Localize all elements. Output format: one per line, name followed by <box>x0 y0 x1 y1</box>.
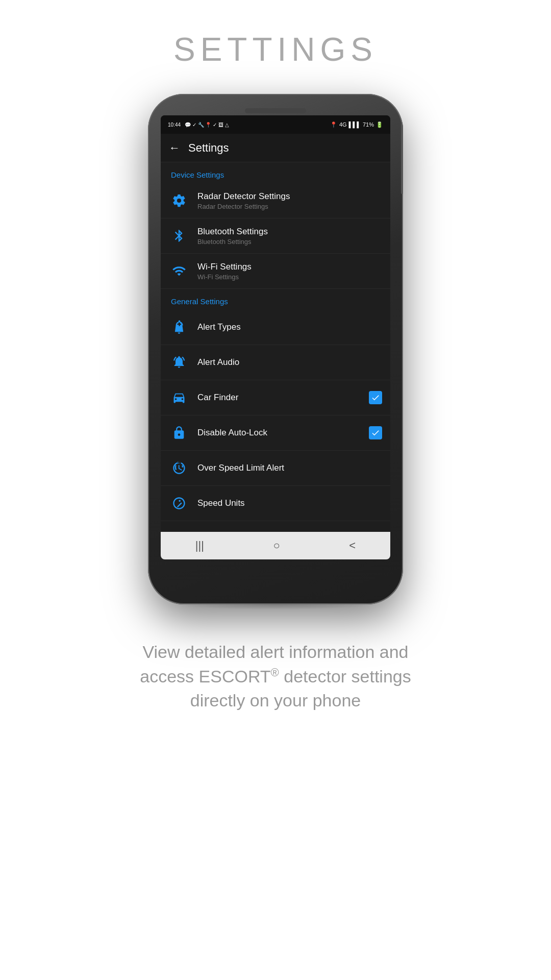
speedometer-icon <box>169 458 189 478</box>
settings-item-bluetooth[interactable]: Bluetooth Settings Bluetooth Settings <box>161 218 390 254</box>
page-title: SETTINGS <box>173 31 378 68</box>
nav-home-button[interactable]: ○ <box>263 534 290 557</box>
alert-audio-text: Alert Audio <box>197 357 382 368</box>
wifi-subtitle: Wi-Fi Settings <box>197 273 382 281</box>
header-title: Settings <box>188 141 229 155</box>
over-speed-title: Over Speed Limit Alert <box>197 463 382 473</box>
settings-item-speed-units[interactable]: Speed Units <box>161 486 390 521</box>
disable-autolock-text: Disable Auto-Lock <box>197 428 369 438</box>
back-button[interactable]: ← <box>169 141 180 155</box>
bottom-text-line2: access ESCORT <box>140 667 270 686</box>
alert-types-title: Alert Types <box>197 322 382 332</box>
disable-autolock-title: Disable Auto-Lock <box>197 428 369 438</box>
settings-item-radar-detector[interactable]: Radar Detector Settings Radar Detector S… <box>161 183 390 218</box>
status-battery: 71% <box>363 121 374 128</box>
speed-units-text: Speed Units <box>197 498 382 508</box>
section-general-settings: General Settings <box>161 289 390 310</box>
settings-item-alert-types[interactable]: Alert Types <box>161 310 390 345</box>
speed-units-title: Speed Units <box>197 498 382 508</box>
bottom-text-sup: ® <box>271 666 279 678</box>
car-finder-checkbox[interactable] <box>369 391 382 404</box>
disable-autolock-checkbox[interactable] <box>369 426 382 439</box>
settings-item-car-finder[interactable]: Car Finder <box>161 380 390 415</box>
settings-item-wifi[interactable]: Wi-Fi Settings Wi-Fi Settings <box>161 254 390 289</box>
status-right-icons: 📍 4G ▌▌▌ 71% 🔋 <box>330 121 383 128</box>
bottom-description: View detailed alert information and acce… <box>119 640 431 713</box>
status-bar: 10:44 💬 ✓ 🔧 📍 ✓ 🖼 △ 📍 4G ▌▌▌ 71% 🔋 <box>161 115 390 134</box>
phone-mockup: 10:44 💬 ✓ 🔧 📍 ✓ 🖼 △ 📍 4G ▌▌▌ 71% 🔋 ← Set… <box>148 94 403 604</box>
alert-types-text: Alert Types <box>197 322 382 332</box>
radar-detector-text: Radar Detector Settings Radar Detector S… <box>197 191 382 210</box>
section-device-settings: Device Settings <box>161 162 390 183</box>
nav-menu-button[interactable]: ||| <box>185 534 214 557</box>
settings-item-alert-audio[interactable]: Alert Audio <box>161 345 390 380</box>
radar-detector-title: Radar Detector Settings <box>197 191 382 202</box>
battery-icon: 🔋 <box>376 121 383 128</box>
lock-icon <box>169 423 189 443</box>
wifi-title: Wi-Fi Settings <box>197 262 382 272</box>
car-icon <box>169 387 189 408</box>
settings-item-disable-autolock[interactable]: Disable Auto-Lock <box>161 415 390 451</box>
bluetooth-subtitle: Bluetooth Settings <box>197 238 382 246</box>
scrollbar-indicator <box>401 122 403 194</box>
bell-ring-icon <box>169 352 189 373</box>
status-location: 📍 <box>330 121 337 128</box>
status-time: 10:44 <box>168 122 181 128</box>
bluetooth-icon <box>169 226 189 246</box>
radar-detector-subtitle: Radar Detector Settings <box>197 203 382 210</box>
car-finder-text: Car Finder <box>197 393 369 403</box>
nav-bar: ||| ○ < <box>161 532 390 559</box>
phone-shell: 10:44 💬 ✓ 🔧 📍 ✓ 🖼 △ 📍 4G ▌▌▌ 71% 🔋 ← Set… <box>148 94 403 604</box>
bottom-text-line4: directly on your phone <box>190 691 361 710</box>
phone-speaker <box>245 108 306 113</box>
bluetooth-title: Bluetooth Settings <box>197 227 382 237</box>
car-finder-title: Car Finder <box>197 393 369 403</box>
gear-icon <box>169 190 189 211</box>
wifi-icon <box>169 261 189 281</box>
app-header: ← Settings <box>161 134 390 162</box>
wifi-text: Wi-Fi Settings Wi-Fi Settings <box>197 262 382 281</box>
nav-back-button[interactable]: < <box>339 534 366 557</box>
bottom-text-line3: detector settings <box>279 667 411 686</box>
speedometer2-icon <box>169 493 189 513</box>
bottom-text-line1: View detailed alert information and <box>142 642 408 662</box>
settings-item-over-speed[interactable]: Over Speed Limit Alert <box>161 451 390 486</box>
settings-content[interactable]: Device Settings Radar Detector Settings … <box>161 162 390 532</box>
status-signal: 4G <box>339 121 347 128</box>
status-icons-left: 💬 ✓ 🔧 📍 ✓ 🖼 △ <box>185 122 229 128</box>
bluetooth-text: Bluetooth Settings Bluetooth Settings <box>197 227 382 246</box>
status-time-area: 10:44 💬 ✓ 🔧 📍 ✓ 🖼 △ <box>168 122 229 128</box>
bell-plus-icon <box>169 317 189 337</box>
over-speed-text: Over Speed Limit Alert <box>197 463 382 473</box>
status-bars: ▌▌▌ <box>349 121 361 128</box>
alert-audio-title: Alert Audio <box>197 357 382 368</box>
phone-screen: 10:44 💬 ✓ 🔧 📍 ✓ 🖼 △ 📍 4G ▌▌▌ 71% 🔋 ← Set… <box>161 115 390 559</box>
